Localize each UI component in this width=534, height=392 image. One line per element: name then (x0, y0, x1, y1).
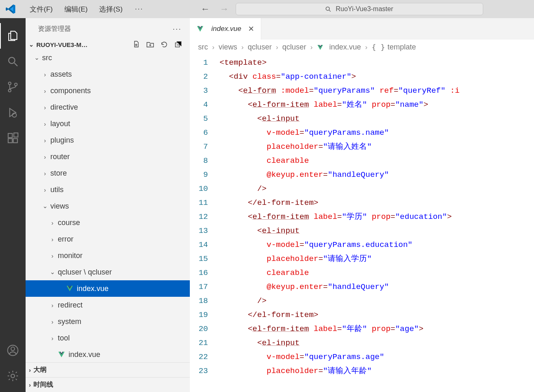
code-line[interactable]: placeholder="请输入学历" (220, 252, 460, 266)
tree-folder[interactable]: ›directive (26, 99, 190, 115)
breadcrumb-item[interactable]: index.vue (317, 43, 361, 52)
tree-folder[interactable]: ›components (26, 82, 190, 99)
code-line[interactable]: <el-input (220, 336, 460, 350)
code-line[interactable]: <el-form-item label="姓名" prop="name"> (220, 98, 460, 112)
account-icon (7, 344, 19, 357)
new-file-icon[interactable] (132, 40, 140, 49)
svg-rect-9 (8, 138, 12, 143)
tree-item-label: qcluser \ qcluser (58, 268, 112, 277)
tree-folder[interactable]: ›error (26, 231, 190, 247)
code-line[interactable]: </el-form-item> (220, 196, 460, 210)
vscode-logo-icon (6, 4, 16, 14)
code-line[interactable]: <template> (220, 56, 460, 70)
tree-folder[interactable]: ›plugins (26, 132, 190, 148)
tree-folder[interactable]: ›utils (26, 181, 190, 198)
tree-folder[interactable]: ⌄qcluser \ qcluser (26, 264, 190, 280)
activity-extensions[interactable] (0, 125, 26, 151)
code-line[interactable]: </el-form-item> (220, 308, 460, 322)
svg-point-2 (9, 57, 15, 63)
line-number: 23 (190, 364, 208, 378)
code-editor[interactable]: 1234567891011121314151617181920212223 <t… (190, 55, 534, 392)
menu-item[interactable]: 选择(S) (93, 4, 128, 15)
code-line[interactable]: clearable (220, 154, 460, 168)
debug-icon (7, 106, 19, 119)
refresh-icon[interactable] (160, 40, 168, 49)
svg-rect-10 (13, 138, 17, 143)
activity-explorer[interactable] (0, 23, 26, 49)
code-line[interactable]: <el-input (220, 224, 460, 238)
chevron-right-icon: › (49, 318, 56, 325)
activity-search[interactable] (0, 49, 26, 74)
tree-folder[interactable]: ›router (26, 148, 190, 165)
project-header[interactable]: ⌄ RUOYI-VUE3-M… (26, 40, 190, 49)
command-center[interactable]: RuoYi-Vue3-master (236, 3, 483, 15)
menu-item[interactable]: 文件(F) (24, 4, 59, 15)
tree-folder[interactable]: ›course (26, 214, 190, 231)
code-line[interactable]: v-model="queryParams.name" (220, 126, 460, 140)
code-line[interactable]: <el-form-item label="学历" prop="education… (220, 210, 460, 224)
code-line[interactable]: v-model="queryParams.age" (220, 350, 460, 364)
tree-item-label: layout (50, 120, 70, 128)
svg-point-0 (326, 7, 329, 10)
code-line[interactable]: <el-input (220, 112, 460, 126)
breadcrumb-item[interactable]: views (219, 43, 237, 52)
code-line[interactable]: <el-form :model="queryParams" ref="query… (220, 84, 460, 98)
explorer-sidebar: 资源管理器 ··· ⌄ RUOYI-VUE3-M… ⌄src›assets›co… (26, 18, 190, 392)
tree-folder[interactable]: ⌄views (26, 198, 190, 214)
line-number: 16 (190, 266, 208, 280)
nav-forward-button: → (217, 3, 232, 15)
menu-item[interactable]: 编辑(E) (59, 4, 94, 15)
code-line[interactable]: <el-form-item label="年龄" prop="age"> (220, 322, 460, 336)
tree-folder[interactable]: ›redirect (26, 297, 190, 313)
editor-tab[interactable]: index.vue ✕ (190, 18, 261, 40)
tree-folder[interactable]: ›tool (26, 330, 190, 346)
tab-filename: index.vue (211, 25, 241, 33)
vue-file-icon (317, 44, 324, 51)
code-line[interactable]: /> (220, 294, 460, 308)
tree-folder[interactable]: ›monitor (26, 247, 190, 264)
collapse-all-icon[interactable] (174, 40, 182, 49)
breadcrumb-separator: › (365, 43, 368, 52)
activity-settings[interactable] (0, 363, 26, 389)
activity-run-debug[interactable] (0, 100, 26, 125)
tree-item-label: src (42, 54, 52, 62)
tree-item-label: store (50, 169, 67, 178)
tree-item-label: tool (58, 334, 70, 343)
breadcrumbs[interactable]: src›views›qcluser›qcluser›index.vue›{ }t… (190, 40, 534, 55)
tree-file[interactable]: index.vue (26, 346, 190, 362)
code-content[interactable]: <template> <div class="app-container"> <… (220, 55, 460, 392)
menu-overflow[interactable]: ··· (130, 3, 148, 15)
code-line[interactable]: v-model="queryParams.education" (220, 238, 460, 252)
breadcrumb-item[interactable]: qcluser (248, 43, 272, 52)
tree-folder[interactable]: ⌄src (26, 49, 190, 66)
new-folder-icon[interactable] (146, 40, 154, 49)
tree-folder[interactable]: ›store (26, 165, 190, 181)
code-line[interactable]: placeholder="请输入年龄" (220, 364, 460, 378)
code-line[interactable]: /> (220, 182, 460, 196)
code-line[interactable]: clearable (220, 266, 460, 280)
code-line[interactable]: @keyup.enter="handleQuery" (220, 280, 460, 294)
chevron-right-icon: › (41, 153, 49, 160)
breadcrumb-item[interactable]: qcluser (282, 43, 306, 52)
breadcrumb-item[interactable]: src (198, 43, 208, 52)
breadcrumb-item[interactable]: { }template (372, 43, 416, 52)
sidebar-more-button[interactable]: ··· (172, 24, 182, 33)
activity-account[interactable] (0, 338, 26, 363)
timeline-section-header[interactable]: › 时间线 (26, 377, 190, 392)
chevron-down-icon: ⌄ (29, 41, 34, 48)
code-line[interactable]: placeholder="请输入姓名" (220, 140, 460, 154)
outline-section-header[interactable]: › 大纲 (26, 362, 190, 377)
close-tab-button[interactable]: ✕ (248, 24, 254, 33)
code-line[interactable]: <div class="app-container"> (220, 70, 460, 84)
code-line[interactable]: @keyup.enter="handleQuery" (220, 168, 460, 182)
nav-back-button[interactable]: ← (198, 3, 213, 15)
svg-line-3 (14, 63, 18, 66)
tree-folder[interactable]: ›assets (26, 66, 190, 82)
gear-icon (7, 370, 19, 382)
tree-folder[interactable]: ›system (26, 313, 190, 330)
tree-file[interactable]: index.vue (26, 280, 190, 297)
activity-source-control[interactable] (0, 74, 26, 100)
line-number: 14 (190, 238, 208, 252)
line-number: 19 (190, 308, 208, 322)
tree-folder[interactable]: ›layout (26, 115, 190, 132)
